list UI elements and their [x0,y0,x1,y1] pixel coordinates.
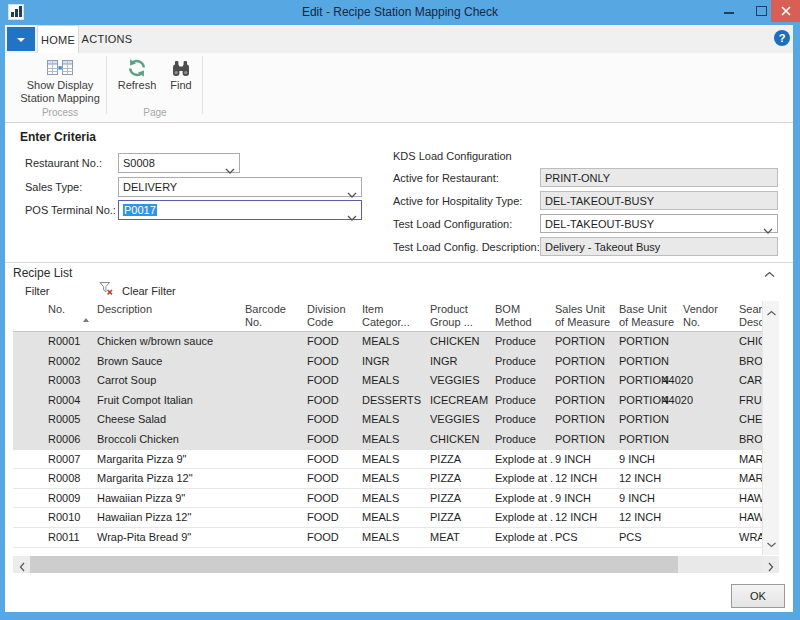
table-cell: 44020 [681,371,737,391]
active-for-restaurant-value: PRINT-ONLY [545,172,610,184]
column-header[interactable]: Search Descri [737,301,762,331]
table-cell [243,450,305,469]
table-cell: Produce [493,352,553,372]
ribbon: Show Display Station Mapping Refresh [5,53,793,123]
scroll-right-icon[interactable] [762,556,779,573]
criteria-section-title: Enter Criteria [20,130,96,144]
table-cell: Cheese Salad [95,410,243,430]
test-load-configuration-label: Test Load Configuration: [393,214,512,234]
table-row[interactable]: R0009Hawaiian Pizza 9"FOODMEALSPIZZAExpl… [13,489,762,509]
table-cell: FOOD [305,371,360,391]
table-cell: Produce [493,391,553,411]
table-row[interactable]: R0006Broccoli ChickenFOODMEALSCHICKENPro… [13,430,762,450]
help-icon[interactable]: ? [774,30,790,46]
test-load-config-description-label: Test Load Config. Description: [393,237,540,257]
test-load-configuration-dropdown[interactable]: DEL-TAKEOUT-BUSY [540,214,778,233]
scrollbar-thumb[interactable] [30,556,678,573]
table-cell: MEALS [360,489,428,508]
table-cell: FOOD [305,528,360,547]
table-cell: Produce [493,410,553,430]
table-cell: HAWA [737,489,762,508]
table-row[interactable]: R0005Cheese SaladFOODMEALSVEGGIESProduce… [13,410,762,430]
clear-filter-button[interactable]: Clear Filter [122,283,176,299]
vertical-scrollbar[interactable] [762,301,779,555]
table-cell: DESSERTS [360,391,428,411]
table-row[interactable]: R0007Margarita Pizza 9"FOODMEALSPIZZAExp… [13,450,762,470]
column-header[interactable]: Base Unit of Measure [617,301,681,331]
column-header[interactable]: No. [13,301,95,331]
tab-home[interactable]: HOME [37,25,79,53]
refresh-button[interactable]: Refresh [110,57,164,92]
table-cell: BROCC [737,430,762,450]
table-cell [243,332,305,352]
table-cell: 12 INCH [617,469,681,488]
table-cell: 12 INCH [617,508,681,527]
table-cell: 9 INCH [553,489,617,508]
table-cell: PORTION [617,430,681,450]
table-cell: FOOD [305,430,360,450]
table-cell: Explode at ... [493,489,553,508]
table-cell: INGR [360,352,428,372]
pos-terminal-no-dropdown[interactable]: P0017 [118,200,362,220]
table-cell: 9 INCH [553,450,617,469]
show-display-station-mapping-button[interactable]: Show Display Station Mapping [15,57,105,105]
table-row[interactable]: R0003Carrot SoupFOODMEALSVEGGIESProduceP… [13,371,762,391]
sales-type-label: Sales Type: [25,177,82,197]
column-header[interactable]: BOM Method [493,301,553,331]
restaurant-no-dropdown[interactable]: S0008 [118,153,240,173]
table-cell: Margarita Pizza 9" [95,450,243,469]
column-header[interactable]: Barcode No. [243,301,305,331]
scroll-up-icon[interactable] [766,306,777,318]
column-header[interactable]: Sales Unit of Measure [553,301,617,331]
window-border-left [0,25,5,620]
tab-actions[interactable]: ACTIONS [79,25,135,53]
column-header[interactable]: Division Code [305,301,360,331]
table-row[interactable]: R0004Fruit Compot ItalianFOODDESSERTSICE… [13,391,762,411]
table-cell: 12 INCH [553,469,617,488]
collapse-section-icon[interactable] [764,268,776,278]
table-cell: CHICKEN [428,332,493,352]
station-mapping-icon [15,57,105,79]
table-cell: FOOD [305,508,360,527]
table-cell: HAWA [737,508,762,527]
table-row[interactable]: R0011Wrap-Pita Bread 9"FOODMEALSMEATExpl… [13,528,762,548]
table-cell: CHICKEN [428,430,493,450]
table-cell [243,391,305,411]
table-cell [243,489,305,508]
table-cell: MEALS [360,430,428,450]
table-row[interactable]: R0001Chicken w/brown sauceFOODMEALSCHICK… [13,332,762,352]
table-cell: Carrot Soup [95,371,243,391]
sales-type-dropdown[interactable]: DELIVERY [118,177,362,197]
find-icon [163,57,199,79]
active-for-hospitality-type-value: DEL-TAKEOUT-BUSY [545,195,654,207]
find-button[interactable]: Find [163,57,199,92]
column-header[interactable]: Vendor No. [681,301,737,331]
ribbon-tab-row: HOME ACTIONS ? [5,25,793,53]
scroll-down-icon[interactable] [766,538,777,550]
table-row[interactable]: R0002Brown SauceFOODINGRINGRProducePORTI… [13,352,762,372]
table-cell: FOOD [305,469,360,488]
table-cell: R0009 [13,489,95,508]
table-cell: 9 INCH [617,450,681,469]
table-cell: FOOD [305,450,360,469]
table-cell: Produce [493,371,553,391]
table-row[interactable]: R0008Margarita Pizza 12"FOODMEALSPIZZAEx… [13,469,762,489]
filter-label[interactable]: Filter [25,283,49,299]
table-cell [243,352,305,372]
table-cell: PORTION [553,410,617,430]
minimize-button[interactable] [714,0,744,22]
close-button[interactable] [771,0,800,22]
table-cell [681,508,737,527]
ok-button[interactable]: OK [731,584,785,608]
table-cell: R0004 [13,391,95,411]
horizontal-scrollbar[interactable] [13,556,779,573]
app-menu-button[interactable] [7,27,35,51]
scroll-left-icon[interactable] [13,556,30,573]
column-header[interactable]: Description [95,301,243,331]
table-cell: FOOD [305,489,360,508]
column-header[interactable]: Product Group ... [428,301,493,331]
table-row[interactable]: R0010Hawaiian Pizza 12"FOODMEALSPIZZAExp… [13,508,762,528]
table-cell [243,430,305,450]
column-header[interactable]: Item Categor... [360,301,428,331]
table-cell [243,528,305,547]
